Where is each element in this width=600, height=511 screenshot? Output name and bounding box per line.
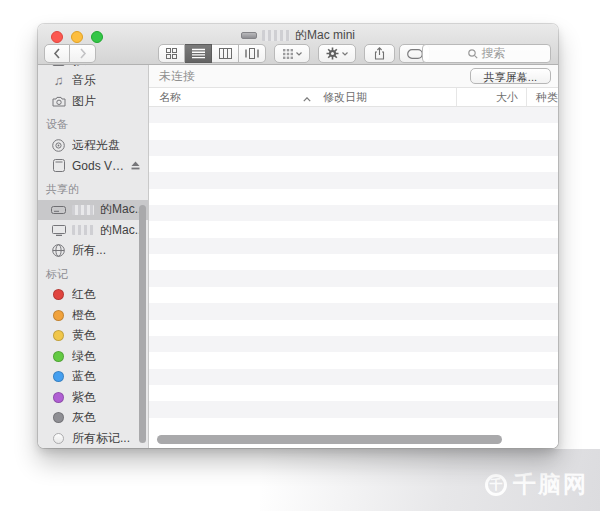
list-view-icon <box>192 48 205 59</box>
horizontal-scrollbar-thumb[interactable] <box>157 435 502 444</box>
column-divider[interactable] <box>526 88 527 106</box>
share-button[interactable] <box>364 44 395 63</box>
eject-icon[interactable] <box>131 159 140 173</box>
display-icon <box>51 223 66 238</box>
network-globe-icon <box>51 243 66 258</box>
sidebar-item-external-drive[interactable]: Gods VS... <box>38 156 148 177</box>
tag-color-icon <box>53 330 64 341</box>
sidebar-item-remote-disc[interactable]: 远程光盘 <box>38 135 148 156</box>
sidebar-item-tag-yellow[interactable]: 黄色 <box>38 326 148 347</box>
mac-mini-icon <box>241 32 257 39</box>
sidebar-scrollbar[interactable] <box>139 205 146 443</box>
watermark: 千 千脑网 <box>485 469 588 500</box>
sidebar-item-shared-mac-2[interactable]: 的Mac... <box>38 220 148 241</box>
sidebar-item-label: 图片 <box>72 93 96 110</box>
sidebar: 影片 ♫ 音乐 图片 设备 <box>38 65 149 448</box>
redacted-username <box>72 225 94 235</box>
redacted-username <box>262 30 290 41</box>
share-icon <box>374 47 385 60</box>
sidebar-item-all-tags[interactable]: 所有标记... <box>38 428 148 448</box>
sidebar-item-pictures[interactable]: 图片 <box>38 91 148 112</box>
sidebar-item-tag-green[interactable]: 绿色 <box>38 346 148 367</box>
column-header-kind[interactable]: 种类 <box>536 90 558 105</box>
sidebar-item-shared-mac-mini[interactable]: 的Mac... <box>38 200 148 221</box>
music-note-icon: ♫ <box>51 73 66 88</box>
list-view-button[interactable] <box>185 44 212 63</box>
chevron-right-icon <box>79 48 87 59</box>
column-header-size[interactable]: 大小 <box>456 90 518 105</box>
icon-view-button[interactable] <box>158 44 185 63</box>
back-button[interactable] <box>44 44 70 63</box>
arrange-icon <box>283 49 293 59</box>
share-screen-button[interactable]: 共享屏幕... <box>470 68 551 84</box>
sidebar-item-label: 黄色 <box>72 327 96 344</box>
horizontal-scrollbar-track <box>149 432 558 448</box>
tag-color-icon <box>53 310 64 321</box>
disc-icon <box>51 138 66 153</box>
sidebar-item-shared-all[interactable]: 所有... <box>38 241 148 262</box>
sidebar-item-label: 音乐 <box>72 72 96 89</box>
window-title: 的Mac mini <box>128 28 468 42</box>
column-header-row: 名称 修改日期 大小 种类 <box>149 88 558 107</box>
sidebar-item-label: 绿色 <box>72 348 96 365</box>
sidebar-item-tag-gray[interactable]: 灰色 <box>38 408 148 429</box>
connection-status: 未连接 <box>159 68 195 85</box>
icon-view-icon <box>166 48 177 59</box>
coverflow-view-button[interactable] <box>239 44 266 63</box>
sidebar-item-label: 紫色 <box>72 389 96 406</box>
traffic-lights <box>51 31 103 43</box>
sidebar-item-label: 红色 <box>72 286 96 303</box>
sidebar-item-tag-purple[interactable]: 紫色 <box>38 387 148 408</box>
sidebar-item-tag-blue[interactable]: 蓝色 <box>38 367 148 388</box>
sidebar-item-label: 灰色 <box>72 409 96 426</box>
watermark-text: 千脑网 <box>513 469 588 500</box>
file-browser-pane: 未连接 共享屏幕... 名称 修改日期 大小 种类 <box>149 65 558 448</box>
sidebar-item-label: 所有... <box>72 242 106 259</box>
sidebar-item-tag-red[interactable]: 红色 <box>38 285 148 306</box>
sidebar-item-label: 蓝色 <box>72 368 96 385</box>
sidebar-item-label: 的Mac... <box>100 201 145 218</box>
sidebar-item-label: 橙色 <box>72 307 96 324</box>
action-menu-button[interactable] <box>318 44 356 63</box>
search-input[interactable]: 搜索 <box>422 44 551 63</box>
sidebar-list: 影片 ♫ 音乐 图片 设备 <box>38 65 148 448</box>
camera-icon <box>51 94 66 109</box>
chevron-down-icon <box>296 52 302 56</box>
all-tags-icon <box>53 433 64 444</box>
window-content: 影片 ♫ 音乐 图片 设备 <box>38 65 558 448</box>
chevron-down-icon <box>342 52 348 56</box>
column-view-icon <box>219 48 232 59</box>
watermark-logo-icon: 千 <box>485 474 507 496</box>
sidebar-item-label: 远程光盘 <box>72 137 120 154</box>
close-button[interactable] <box>51 31 63 43</box>
redacted-username <box>72 205 94 215</box>
coverflow-view-icon <box>245 48 259 59</box>
sidebar-section-shared: 共享的 <box>38 179 148 200</box>
search-icon <box>468 49 478 59</box>
movies-icon <box>51 65 66 68</box>
tag-color-icon <box>53 371 64 382</box>
sidebar-item-label: 的Mac... <box>100 222 145 239</box>
desktop: 千 千脑网 的Mac mini <box>0 0 600 511</box>
drive-icon <box>51 158 66 173</box>
column-view-button[interactable] <box>212 44 239 63</box>
tag-color-icon <box>53 392 64 403</box>
sidebar-item-music[interactable]: ♫ 音乐 <box>38 71 148 92</box>
zoom-button[interactable] <box>91 31 103 43</box>
sidebar-item-label: Gods VS... <box>72 159 125 173</box>
sort-ascending-icon <box>303 92 311 104</box>
column-header-modified[interactable]: 修改日期 <box>323 90 367 105</box>
sidebar-section-tags: 标记 <box>38 264 148 285</box>
mac-mini-icon <box>51 202 66 217</box>
sidebar-item-tag-orange[interactable]: 橙色 <box>38 305 148 326</box>
search-placeholder: 搜索 <box>482 45 506 62</box>
connection-status-bar: 未连接 共享屏幕... <box>149 65 558 88</box>
finder-window: 的Mac mini <box>38 24 558 448</box>
gear-icon <box>326 47 339 60</box>
tag-color-icon <box>53 289 64 300</box>
minimize-button[interactable] <box>71 31 83 43</box>
arrange-menu-button[interactable] <box>274 44 310 63</box>
forward-button[interactable] <box>70 44 96 63</box>
column-header-name[interactable]: 名称 <box>159 90 181 105</box>
file-list-empty <box>149 107 558 432</box>
